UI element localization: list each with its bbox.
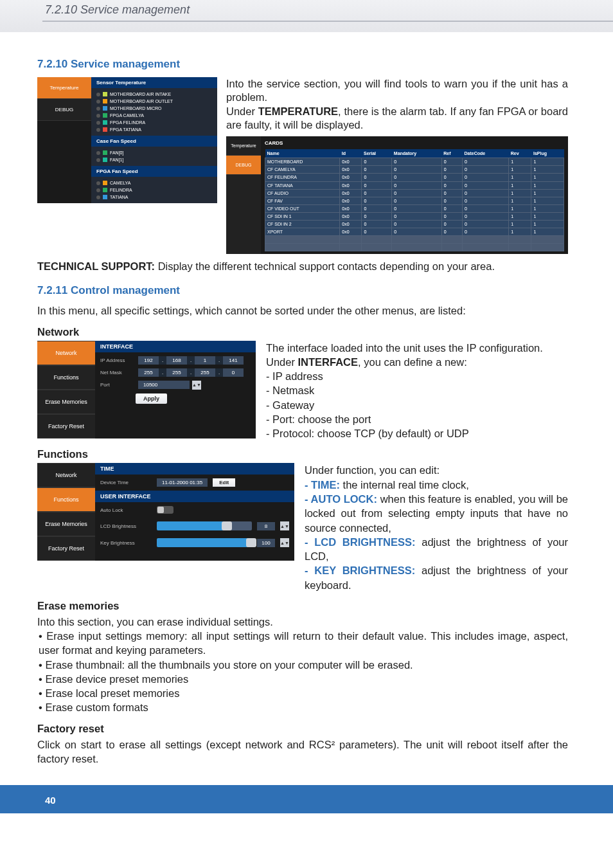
table-row: XPORT0x0000011 xyxy=(265,228,564,236)
lcd-spinner-icon[interactable]: ▲▼ xyxy=(280,521,289,530)
col-header: IsPlug xyxy=(531,149,564,158)
netmask-label: Net Mask xyxy=(100,370,136,375)
cards-table: NameIdSerialMandatoryRefDateCodeRevIsPlu… xyxy=(265,149,564,251)
key-brightness-label: Key Brightness xyxy=(100,540,152,546)
intro-temp-label: TEMPERATURE xyxy=(258,105,338,117)
table-row: CF AUDIO0x0000011 xyxy=(265,189,564,197)
network-panel-screenshot: Network Functions Erase Memories Factory… xyxy=(37,341,256,439)
factory-title: Factory reset xyxy=(37,723,568,735)
col-header: Serial xyxy=(362,149,392,158)
col-header: Mandatory xyxy=(392,149,441,158)
fan-item: FAN[0] xyxy=(91,149,217,156)
func-intro: Under function, you can edit: xyxy=(305,463,568,477)
service-panel-screenshot: Temperature DEBUG Sensor Temperature MOT… xyxy=(37,77,217,254)
cards-title: CARDS xyxy=(265,139,564,149)
tab-functions-2[interactable]: Functions xyxy=(37,487,95,512)
erase-title: Erase memories xyxy=(37,600,568,612)
tab-temperature-2[interactable]: Temperature xyxy=(226,136,261,156)
tab-network-2[interactable]: Network xyxy=(37,463,95,487)
tab-network[interactable]: Network xyxy=(37,341,95,365)
header-title: 7.2.10 Service management xyxy=(45,3,613,17)
ui-head: USER INTERFACE xyxy=(95,491,294,502)
device-time-value: 11-01-2000 01:35 xyxy=(157,478,208,487)
group-case-fan: Case Fan Speed xyxy=(91,136,217,147)
port-label: Port xyxy=(100,382,136,388)
tab-erase-memories[interactable]: Erase Memories xyxy=(37,390,95,414)
network-title: Network xyxy=(37,326,568,338)
intro-line-1: Into the service section, you will find … xyxy=(226,78,568,103)
tab-factory-reset[interactable]: Factory Reset xyxy=(37,414,95,439)
time-head: TIME xyxy=(95,463,294,475)
sensor-item: MOTHERBOARD MICRO xyxy=(91,105,217,112)
cards-table-screenshot: Temperature DEBUG CARDS NameIdSerialMand… xyxy=(226,136,568,255)
fan-item: FAN[1] xyxy=(91,156,217,163)
intro-line-2a: Under xyxy=(226,105,258,117)
section-title-2: 7.2.11 Control management xyxy=(37,284,568,297)
netmask-input[interactable]: 255.255.255.0 xyxy=(138,368,244,377)
tab-factory-2[interactable]: Factory Reset xyxy=(37,536,95,561)
col-header: Id xyxy=(340,149,362,158)
erase-intro: Into this section, you can erase individ… xyxy=(37,615,568,629)
col-header: Rev xyxy=(509,149,531,158)
erase-item-4: Erase custom formats xyxy=(39,700,568,714)
col-header: Name xyxy=(265,149,340,158)
erase-item-2: Erase device preset memories xyxy=(39,672,568,686)
key-spinner-icon[interactable]: ▲▼ xyxy=(280,538,289,547)
table-row: MOTHERBOARD0x0000011 xyxy=(265,158,564,166)
functions-panel-screenshot: Network Functions Erase Memories Factory… xyxy=(37,463,294,561)
erase-item-1: Erase thumbnail: all the thumbnails you … xyxy=(39,658,568,672)
autolock-toggle[interactable] xyxy=(157,506,173,514)
table-row xyxy=(265,236,564,244)
sensor-item: FPGA CAMELYA xyxy=(91,112,217,119)
net-bul-0: - IP address xyxy=(266,369,568,383)
table-row: CF SDI IN 10x0000011 xyxy=(265,212,564,220)
page-footer: 40 xyxy=(0,785,613,813)
table-row: CF VIDEO OUT0x0000011 xyxy=(265,204,564,212)
table-row: CF CAMELYA0x0000011 xyxy=(265,166,564,174)
table-row: CF SDI IN 20x0000011 xyxy=(265,220,564,228)
sensor-item: MOTHERBOARD AIR INTAKE xyxy=(91,91,217,98)
table-row: CF TATIANA0x0000011 xyxy=(265,181,564,189)
sensor-item: MOTHERBOARD AIR OUTLET xyxy=(91,98,217,105)
interface-head: INTERFACE xyxy=(95,341,256,352)
net-bul-1: - Netmask xyxy=(266,383,568,397)
key-slider[interactable] xyxy=(157,538,252,547)
fpga-item: FELINDRA xyxy=(91,186,217,194)
tab-erase-2[interactable]: Erase Memories xyxy=(37,512,95,536)
sensor-item: FPGA TATIANA xyxy=(91,126,217,133)
net-text-1: The interface loaded into the unit uses … xyxy=(266,341,568,355)
tab-temperature[interactable]: Temperature xyxy=(37,77,91,99)
net-bul-4: - Protocol: choose TCP (by default) or U… xyxy=(266,426,568,440)
tech-support-text: Display the different technical support … xyxy=(155,260,495,272)
ip-label: IP Address xyxy=(100,357,136,363)
tab-debug-2[interactable]: DEBUG xyxy=(226,156,261,175)
tab-functions[interactable]: Functions xyxy=(37,365,95,390)
fpga-item: TATIANA xyxy=(91,194,217,201)
table-row: CF FAV0x0000011 xyxy=(265,197,564,204)
tech-support-label: TECHNICAL SUPPORT: xyxy=(37,260,155,272)
port-spinner-icon[interactable]: ▲▼ xyxy=(192,381,201,390)
autolock-label: Auto Lock xyxy=(100,507,152,513)
section2-intro: In this menu, all specific settings, whi… xyxy=(37,303,568,318)
header-rule xyxy=(42,21,613,22)
lcd-value: 8 xyxy=(257,522,275,530)
tab-debug[interactable]: DEBUG xyxy=(37,99,91,121)
edit-button[interactable]: Edit xyxy=(213,478,235,487)
sensor-item: FPGA FELINDRA xyxy=(91,119,217,126)
factory-text: Click on start to erase all settings (ex… xyxy=(37,737,568,766)
group-sensor-temp: Sensor Temperature xyxy=(91,77,217,88)
page-header: 7.2.10 Service management xyxy=(0,0,613,32)
apply-button[interactable]: Apply xyxy=(136,393,167,404)
section-title-1: 7.2.10 Service management xyxy=(37,58,568,71)
ip-address-input[interactable]: 192.168.1.141 xyxy=(138,356,244,365)
col-header: DateCode xyxy=(462,149,508,158)
lcd-slider[interactable] xyxy=(157,521,252,530)
key-value: 100 xyxy=(257,539,275,547)
net-bul-3: - Port: choose the port xyxy=(266,412,568,426)
lcd-brightness-label: LCD Brightness xyxy=(100,523,152,529)
erase-item-0: Erase input settings memory: all input s… xyxy=(39,629,568,658)
table-row: CF FELINDRA0x0000011 xyxy=(265,174,564,181)
page-number: 40 xyxy=(45,795,56,806)
functions-title: Functions xyxy=(37,448,568,460)
port-input[interactable]: 10500 xyxy=(138,381,190,389)
